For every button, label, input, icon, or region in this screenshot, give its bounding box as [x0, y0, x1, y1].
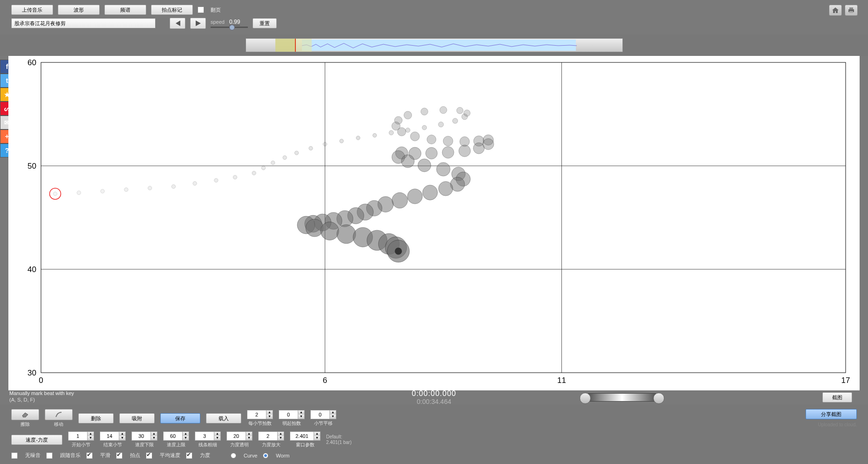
- svg-point-43: [440, 106, 447, 113]
- dynamics-checkbox[interactable]: [186, 452, 192, 459]
- svg-point-30: [309, 146, 313, 150]
- svg-text:11: 11: [557, 376, 566, 385]
- tempo-lo-input[interactable]: ▲▼: [131, 431, 157, 441]
- svg-point-56: [473, 143, 485, 154]
- play-icon: [195, 20, 201, 26]
- beatmark-button[interactable]: 拍点标记: [151, 5, 193, 15]
- flip-checkbox[interactable]: [198, 7, 204, 13]
- move-tool-button[interactable]: [45, 409, 73, 420]
- hint-line-2: (A, S, D, F): [9, 397, 35, 403]
- svg-text:50: 50: [27, 162, 36, 171]
- svg-point-22: [193, 182, 197, 185]
- follow-music-checkbox[interactable]: [46, 452, 53, 459]
- start-bar-input[interactable]: ▲▼: [68, 431, 94, 441]
- svg-point-64: [418, 159, 431, 172]
- svg-point-41: [464, 110, 470, 116]
- svg-point-59: [426, 147, 437, 159]
- svg-text:6: 6: [323, 376, 327, 385]
- svg-rect-2: [849, 11, 853, 13]
- snapshot-button[interactable]: 截图: [822, 392, 852, 403]
- upload-music-button[interactable]: 上传音乐: [11, 5, 53, 15]
- svg-point-29: [294, 151, 298, 155]
- waveform-cursor[interactable]: [295, 39, 296, 52]
- line-width-input[interactable]: ▲▼: [195, 431, 221, 441]
- upload-status: Uploaded to cloud.: [806, 422, 857, 427]
- svg-point-37: [422, 125, 427, 130]
- time-elapsed: 0:00:00.000: [412, 389, 457, 398]
- tempo-dynamics-button[interactable]: 速度-力度: [11, 435, 62, 445]
- default-hint: Default:2.401(1 bar): [326, 434, 351, 445]
- move-icon: [55, 411, 62, 418]
- svg-point-57: [459, 145, 471, 157]
- svg-point-23: [214, 178, 218, 182]
- no-noise-checkbox[interactable]: [11, 452, 18, 459]
- svg-point-27: [271, 161, 275, 164]
- weak-beats-input[interactable]: ▲▼: [279, 410, 305, 419]
- svg-point-48: [397, 128, 406, 136]
- svg-point-42: [457, 107, 463, 114]
- save-button[interactable]: 保存: [160, 413, 200, 423]
- svg-text:17: 17: [841, 376, 850, 385]
- svg-text:40: 40: [27, 265, 36, 274]
- waveform-overview[interactable]: [246, 38, 623, 52]
- bar-shift-input[interactable]: ▲▼: [310, 410, 336, 419]
- dynamics-alpha-input[interactable]: ▲▼: [226, 431, 253, 441]
- speed-control: speed 0.99: [211, 19, 248, 28]
- svg-point-45: [404, 111, 412, 119]
- waveform-strip: [0, 34, 868, 56]
- window-param-input[interactable]: ▲▼: [290, 431, 321, 441]
- svg-point-26: [261, 166, 265, 170]
- waveform-graphic: [302, 41, 577, 51]
- spectrum-button[interactable]: 频谱: [104, 5, 146, 15]
- svg-text:30: 30: [27, 368, 36, 377]
- flip-label: 翻页: [211, 7, 221, 14]
- scrub-wheel[interactable]: [585, 393, 659, 402]
- worm-chart[interactable]: 06111730405060: [8, 56, 860, 390]
- svg-point-25: [252, 171, 256, 175]
- file-name-field[interactable]: 股承宗春江花月夜修剪: [11, 18, 156, 28]
- svg-rect-1: [849, 7, 853, 9]
- status-bar: Manually mark beat with key (A, S, D, F)…: [8, 390, 860, 404]
- svg-point-84: [337, 225, 356, 244]
- svg-point-35: [389, 130, 394, 135]
- svg-point-51: [443, 136, 453, 146]
- svg-point-72: [392, 192, 408, 208]
- waveform-button[interactable]: 波形: [58, 5, 100, 15]
- svg-point-38: [438, 122, 444, 127]
- home-button[interactable]: [829, 5, 842, 16]
- share-snapshot-button[interactable]: 分享截图: [806, 409, 857, 419]
- svg-point-44: [421, 108, 428, 115]
- print-icon: [847, 7, 855, 14]
- svg-point-69: [438, 181, 453, 196]
- svg-point-20: [148, 186, 151, 190]
- skip-back-button[interactable]: [170, 18, 185, 29]
- speed-slider[interactable]: [211, 27, 248, 28]
- svg-point-18: [101, 189, 104, 193]
- hint-line-1: Manually mark beat with key: [9, 390, 74, 396]
- avg-tempo-checkbox[interactable]: [146, 452, 152, 459]
- svg-point-17: [77, 191, 81, 195]
- svg-point-71: [407, 189, 422, 204]
- svg-point-65: [437, 163, 450, 176]
- curve-radio[interactable]: [231, 453, 236, 458]
- reset-button[interactable]: 重置: [253, 18, 277, 28]
- svg-point-16: [53, 192, 57, 196]
- eraser-icon: [21, 412, 30, 417]
- erase-tool-button[interactable]: [11, 409, 39, 420]
- dynamics-scale-input[interactable]: ▲▼: [258, 431, 284, 441]
- svg-point-24: [233, 175, 237, 179]
- tempo-hi-input[interactable]: ▲▼: [163, 431, 189, 441]
- svg-point-58: [442, 147, 454, 158]
- beats-checkbox[interactable]: [116, 452, 123, 459]
- delete-button[interactable]: 删除: [78, 413, 114, 423]
- svg-point-21: [171, 184, 175, 188]
- beats-per-bar-input[interactable]: ▲▼: [247, 410, 273, 419]
- bottom-panel: 擦除 移动 删除 吸附 保存 载入 ▲▼每小节拍数 ▲▼弱起拍数 ▲▼小节平移 …: [0, 404, 868, 464]
- end-bar-input[interactable]: ▲▼: [100, 431, 126, 441]
- play-button[interactable]: [190, 18, 206, 29]
- print-button[interactable]: [845, 5, 858, 16]
- snap-button[interactable]: 吸附: [119, 413, 155, 423]
- smooth-checkbox[interactable]: [86, 452, 93, 459]
- load-button[interactable]: 载入: [206, 413, 241, 423]
- worm-radio[interactable]: [263, 453, 268, 458]
